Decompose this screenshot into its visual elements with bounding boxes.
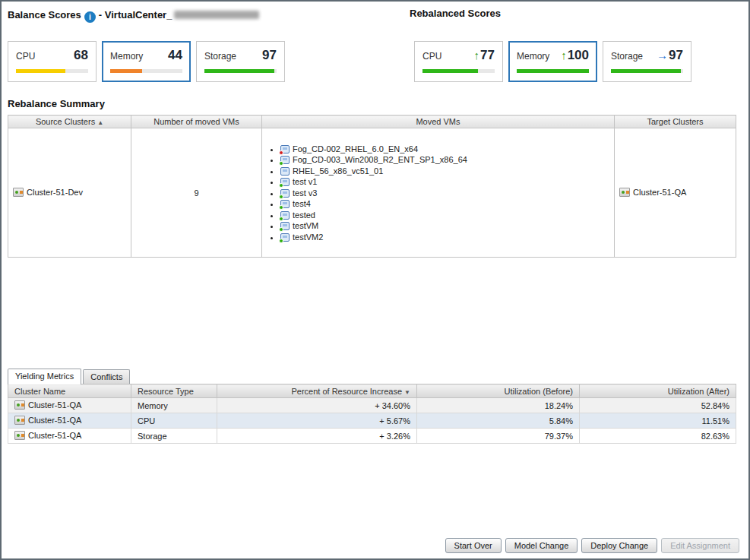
tab-bar: Yielding Metrics Conflicts [8, 369, 748, 384]
metrics-header-row: Cluster Name Resource Type Percent of Re… [8, 384, 736, 398]
moved-vm-item[interactable]: testVM [280, 221, 609, 230]
percent-increase-cell: + 3.26% [217, 429, 417, 444]
card-label: CPU [422, 51, 441, 62]
col-percent-increase[interactable]: Percent of Resource Increase ▼ [217, 384, 417, 398]
resource-type-cell: Memory [131, 398, 217, 413]
score-bar [611, 69, 683, 73]
tab-conflicts[interactable]: Conflicts [83, 369, 130, 384]
col-source-clusters[interactable]: Source Clusters ▲ [8, 115, 131, 128]
vm-status-badge [279, 161, 283, 166]
cluster-icon [13, 188, 24, 197]
balance-card-memory[interactable]: Memory44 [102, 41, 191, 82]
rebalanced-cards-group: CPU↑77 Memory↑100 Storage→97 [414, 41, 691, 82]
vm-status-badge [279, 205, 283, 210]
col-utilization-before[interactable]: Utilization (Before) [417, 384, 580, 398]
col-moved-count[interactable]: Number of moved VMs [131, 115, 262, 128]
moved-vm-item[interactable]: RHEL_56_x86_vc51_01 [280, 166, 609, 176]
rebalance-page: Balance Scoresi- VirtualCenter_ Rebalanc… [0, 0, 750, 560]
metrics-row[interactable]: Cluster-51-QA Storage + 3.26% 79.37% 82.… [8, 429, 736, 444]
card-value: 97 [669, 48, 683, 63]
rebalanced-card-memory[interactable]: Memory↑100 [508, 41, 597, 82]
col-moved-vms[interactable]: Moved VMs [262, 115, 615, 128]
col-utilization-after[interactable]: Utilization (After) [580, 384, 736, 398]
col-label: Number of moved VMs [153, 117, 239, 126]
summary-header-row: Source Clusters ▲ Number of moved VMs Mo… [8, 115, 736, 128]
vm-icon [280, 145, 290, 153]
card-value: 44 [168, 48, 182, 63]
tab-yielding-metrics[interactable]: Yielding Metrics [8, 369, 81, 384]
source-cluster-cell: Cluster-51-Dev [8, 128, 131, 258]
col-target-clusters[interactable]: Target Clusters [615, 115, 736, 128]
yielding-metrics-table: Cluster Name Resource Type Percent of Re… [8, 384, 736, 444]
deploy-change-button[interactable]: Deploy Change [581, 538, 657, 553]
spacer [2, 258, 748, 369]
balance-card-storage[interactable]: Storage97 [196, 41, 285, 82]
cluster-cell: Cluster-51-QA [8, 429, 131, 444]
start-over-button[interactable]: Start Over [445, 538, 502, 553]
model-change-button[interactable]: Model Change [505, 538, 578, 553]
vm-status-badge [279, 227, 283, 232]
balance-card-cpu[interactable]: CPU68 [8, 41, 97, 82]
tab-label: Yielding Metrics [15, 372, 74, 381]
footer-actions: Start Over Model Change Deploy Change Ed… [445, 538, 739, 553]
rebalanced-card-cpu[interactable]: CPU↑77 [414, 41, 503, 82]
vm-status-badge [279, 239, 283, 243]
utilization-before-cell: 5.84% [417, 413, 580, 429]
col-cluster-name[interactable]: Cluster Name [8, 384, 131, 398]
score-bar [204, 69, 277, 73]
page-header: Balance Scoresi- VirtualCenter_ Rebalanc… [2, 2, 748, 21]
card-value: 100 [568, 48, 589, 63]
score-bar [517, 69, 589, 73]
vcenter-title: - VirtualCenter_ [99, 9, 172, 21]
metrics-row[interactable]: Cluster-51-QA Memory + 34.60% 18.24% 52.… [8, 398, 736, 413]
vm-name: test v3 [293, 188, 317, 198]
card-label: CPU [16, 51, 35, 62]
metrics-row[interactable]: Cluster-51-QA CPU + 5.67% 5.84% 11.51% [8, 413, 736, 429]
moved-vm-item[interactable]: testVM2 [280, 233, 609, 242]
vm-name: Fog_CD-003_Win2008_R2_ENT_SP1_x86_64 [293, 155, 467, 164]
up-arrow-icon: ↑ [474, 49, 480, 61]
rebalance-summary-table: Source Clusters ▲ Number of moved VMs Mo… [8, 115, 736, 258]
vm-icon [280, 178, 290, 186]
col-label: Cluster Name [14, 387, 65, 396]
target-cluster-name: Cluster-51-QA [633, 188, 686, 197]
target-cluster-cell: Cluster-51-QA [615, 128, 736, 258]
rebalanced-card-storage[interactable]: Storage→97 [603, 41, 691, 82]
moved-vm-item[interactable]: test v1 [280, 177, 609, 186]
vm-icon [280, 167, 290, 176]
info-icon[interactable]: i [84, 11, 96, 23]
rebalanced-scores-title: Rebalanced Scores [410, 8, 501, 19]
vm-name: tested [293, 210, 315, 220]
cluster-icon [619, 188, 630, 197]
col-label: Utilization (After) [668, 387, 729, 396]
moved-vm-item[interactable]: Fog_CD-002_RHEL_6.0_EN_x64 [280, 144, 609, 153]
vm-icon [280, 189, 290, 198]
vm-icon [280, 211, 290, 220]
sort-asc-icon: ▲ [97, 119, 103, 126]
utilization-before-cell: 79.37% [417, 429, 580, 444]
utilization-after-cell: 82.63% [580, 429, 736, 444]
vm-name: testVM2 [293, 233, 323, 242]
moved-vm-item[interactable]: tested [280, 210, 609, 220]
card-label: Storage [611, 51, 643, 62]
col-label: Target Clusters [647, 117, 704, 126]
col-resource-type[interactable]: Resource Type [131, 384, 217, 398]
vm-status-badge [279, 150, 283, 155]
card-value: 97 [262, 48, 277, 63]
cluster-cell: Cluster-51-QA [8, 413, 131, 429]
vm-status-badge [279, 195, 283, 199]
vm-name: testVM [293, 221, 318, 230]
moved-vm-item[interactable]: Fog_CD-003_Win2008_R2_ENT_SP1_x86_64 [280, 155, 609, 164]
balance-scores-title: Balance Scores [8, 9, 81, 21]
col-label: Resource Type [138, 387, 194, 396]
tab-label: Conflicts [90, 372, 122, 381]
moved-vm-item[interactable]: test4 [280, 199, 609, 208]
percent-increase-cell: + 34.60% [217, 398, 417, 413]
cluster-cell: Cluster-51-QA [8, 398, 131, 413]
cluster-icon [14, 431, 25, 440]
vm-status-badge [279, 183, 283, 188]
utilization-after-cell: 52.84% [580, 398, 736, 413]
vm-icon [280, 222, 290, 230]
summary-row[interactable]: Cluster-51-Dev 9 Fog_CD-002_RHEL_6.0_EN_… [8, 128, 736, 258]
moved-vm-item[interactable]: test v3 [280, 188, 609, 198]
